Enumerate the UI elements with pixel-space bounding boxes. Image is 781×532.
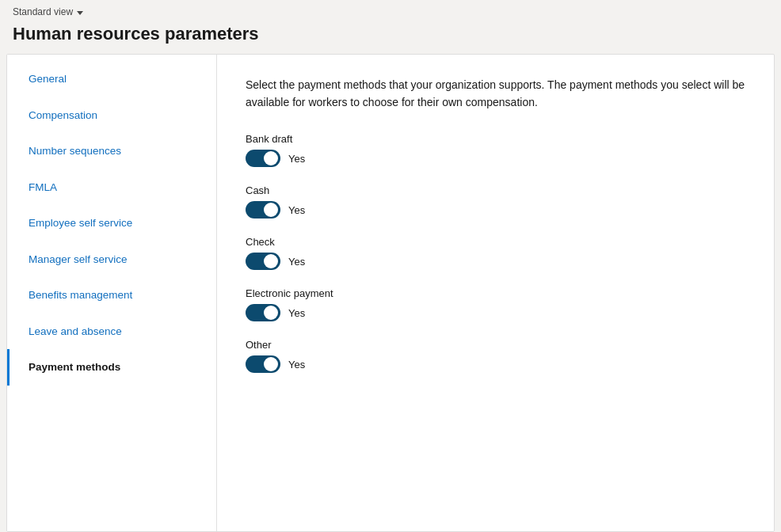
method-row-other: OtherYes [246,339,745,373]
sidebar-item-benefits-management[interactable]: Benefits management [7,277,216,314]
sidebar-item-payment-methods[interactable]: Payment methods [7,349,216,386]
sidebar-item-fmla[interactable]: FMLA [7,169,216,206]
toggle-yes-label-bank-draft: Yes [288,153,305,165]
standard-view-button[interactable]: Standard view [13,6,83,17]
method-label-other: Other [246,339,745,351]
sidebar-item-employee-self-service[interactable]: Employee self service [7,205,216,241]
method-label-electronic-payment: Electronic payment [246,287,745,299]
toggle-yes-label-electronic-payment: Yes [288,307,305,319]
page-wrapper: Standard view Human resources parameters… [0,0,781,532]
toggle-row-other: Yes [246,355,745,373]
method-row-electronic-payment: Electronic paymentYes [246,287,745,321]
toggle-other[interactable] [246,355,280,373]
methods-container: Bank draftYesCashYesCheckYesElectronic p… [246,133,745,373]
description-text: Select the payment methods that your org… [246,77,745,111]
sidebar-item-general[interactable]: General [7,61,216,97]
top-bar: Standard view [0,0,781,21]
sidebar-item-manager-self-service[interactable]: Manager self service [7,241,216,278]
method-row-check: CheckYes [246,236,745,270]
toggle-yes-label-check: Yes [288,256,305,268]
sidebar-item-compensation[interactable]: Compensation [7,97,216,134]
sidebar-item-number-sequences[interactable]: Number sequences [7,133,216,169]
page-title: Human resources parameters [0,21,781,54]
method-row-bank-draft: Bank draftYes [246,133,745,167]
toggle-electronic-payment[interactable] [246,304,280,321]
toggle-yes-label-cash: Yes [288,204,305,216]
toggle-row-cash: Yes [246,201,745,218]
toggle-check[interactable] [246,253,280,270]
toggle-cash[interactable] [246,201,280,218]
method-label-bank-draft: Bank draft [246,133,745,145]
main-content: Select the payment methods that your org… [217,55,774,531]
toggle-row-electronic-payment: Yes [246,304,745,321]
toggle-row-check: Yes [246,253,745,270]
method-row-cash: CashYes [246,184,745,218]
sidebar: GeneralCompensationNumber sequencesFMLAE… [7,55,217,531]
toggle-bank-draft[interactable] [246,150,280,167]
sidebar-item-leave-and-absence[interactable]: Leave and absence [7,314,216,350]
method-label-check: Check [246,236,745,248]
standard-view-label-text: Standard view [13,6,73,17]
method-label-cash: Cash [246,184,745,196]
toggle-yes-label-other: Yes [288,359,305,370]
chevron-down-icon [77,11,83,15]
content-area: GeneralCompensationNumber sequencesFMLAE… [6,54,775,532]
toggle-row-bank-draft: Yes [246,150,745,167]
